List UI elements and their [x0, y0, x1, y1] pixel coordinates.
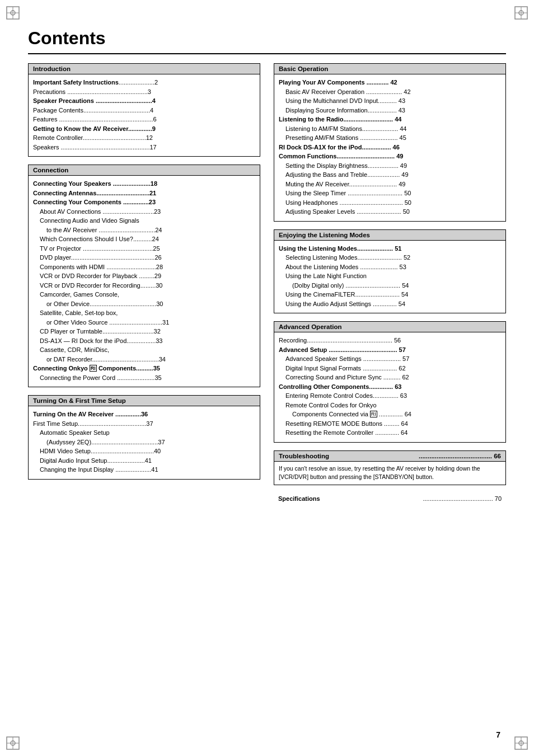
toc-playing-av: Playing Your AV Components .............…	[279, 78, 501, 87]
troubleshooting-page: ........................................…	[419, 453, 501, 459]
page-title: Contents	[28, 28, 506, 49]
toc-connecting-components: Connecting Your Components .............…	[33, 198, 255, 207]
section-listening-modes: Enjoying the Listening Modes Using the L…	[274, 229, 506, 314]
section-basic-operation: Basic Operation Playing Your AV Componen…	[274, 63, 506, 222]
toc-satellite: Satellite, Cable, Set-top box,	[33, 308, 255, 318]
toc-connecting-audio-video: Connecting Audio and Video Signals	[33, 216, 255, 226]
toc-controlling-other: Controlling Other Components............…	[279, 382, 501, 392]
toc-late-night: Using the Late Night Function	[279, 271, 501, 281]
toc-dat-recorder: or DAT Recorder.........................…	[33, 355, 255, 364]
corner-decoration-tr	[495, 6, 528, 39]
toc-basic-av-op: Basic AV Receiver Operation ............…	[279, 87, 501, 97]
toc-vcr-dvd-playback: VCR or DVD Recorder for Playback .......…	[33, 271, 255, 281]
toc-speaker-precautions: Speaker Precautions ....................…	[33, 96, 255, 106]
toc-about-av: About AV Connections ...................…	[33, 207, 255, 217]
toc-turning-on-receiver: Turning On the AV Receiver .............…	[33, 410, 255, 419]
toc-advanced-setup: Advanced Setup .........................…	[279, 345, 501, 355]
page: Contents Introduction Important Safety I…	[0, 0, 534, 756]
section-introduction: Introduction Important Safety Instructio…	[28, 63, 260, 157]
toc-digital-input-formats: Digital Input Signal Formats ...........…	[279, 364, 501, 373]
section-header-connection: Connection	[29, 165, 260, 176]
toc-am-fm-stations: Listening to AM/FM Stations.............…	[279, 124, 501, 134]
section-header-advanced-operation: Advanced Operation	[274, 322, 505, 332]
toc-other-video: or Other Video Source ..................…	[33, 318, 255, 327]
toc-features: Features ...............................…	[33, 115, 255, 124]
columns: Introduction Important Safety Instructio…	[28, 63, 506, 504]
toc-connecting-speakers: Connecting Your Speakers ...............…	[33, 179, 255, 189]
toc-other-device: or Other Device.........................…	[33, 299, 255, 309]
toc-using-listening-modes: Using the Listening Modes...............…	[279, 244, 501, 253]
toc-muting: Muting the AV Receiver..................…	[279, 180, 501, 189]
toc-precautions: Precautions ............................…	[33, 87, 255, 97]
toc-changing-input-display: Changing the Input Display .............…	[33, 465, 255, 475]
section-header-turning-on: Turning On & First Time Setup	[29, 396, 260, 406]
toc-ds-a1x: DS-A1X — RI Dock for the iPod...........…	[33, 336, 255, 346]
toc-cinemafilter: Using the CinemaFILTER..................…	[279, 290, 501, 299]
section-body-turning-on: Turning On the AV Receiver .............…	[29, 406, 260, 479]
toc-components-hdmi: Components with HDMI ...................…	[33, 262, 255, 272]
toc-digital-audio-input: Digital Audio Input Setup...............…	[33, 456, 255, 466]
toc-ri-dock: RI Dock DS-A1X for the iPod.............…	[279, 143, 501, 152]
section-turning-on: Turning On & First Time Setup Turning On…	[28, 395, 260, 480]
toc-hdmi-video-setup: HDMI Video Setup........................…	[33, 447, 255, 456]
specifications-label: Specifications	[278, 495, 320, 502]
troubleshooting-text: If you can't resolve an issue, try reset…	[279, 464, 501, 482]
page-number: 7	[496, 730, 500, 739]
toc-dvd-player: DVD player..............................…	[33, 253, 255, 262]
section-body-listening-modes: Using the Listening Modes...............…	[274, 241, 505, 313]
corner-decoration-bl	[6, 717, 39, 750]
toc-sound-picture-sync: Correcting Sound and Picture Sync ......…	[279, 373, 501, 382]
toc-presetting-stations: Presetting AM/FM Stations ..............…	[279, 133, 501, 143]
section-body-advanced-operation: Recording...............................…	[274, 332, 505, 442]
toc-resetting-remote-controller: Resetting the Remote Controller ........…	[279, 428, 501, 438]
toc-first-time-setup: First Time Setup........................…	[33, 419, 255, 429]
specifications-dots-page: ........................................…	[423, 495, 502, 502]
right-column: Basic Operation Playing Your AV Componen…	[274, 63, 506, 504]
section-advanced-operation: Advanced Operation Recording............…	[274, 321, 506, 443]
toc-speaker-levels: Adjusting Speaker Levels ...............…	[279, 207, 501, 217]
toc-cd-player: CD Player or Turntable..................…	[33, 327, 255, 336]
troubleshooting-header: Troubleshooting ........................…	[274, 451, 505, 462]
toc-resetting-remote-mode: Resetting REMOTE MODE Buttons ......... …	[279, 419, 501, 429]
toc-remote-codes-onkyo: Remote Control Codes for Onkyo	[279, 401, 501, 410]
toc-components-via-ri: Components Connected via RI ............…	[279, 410, 501, 419]
toc-auto-speaker-setup: Automatic Speaker Setup	[33, 428, 255, 438]
toc-audyssey: (Audyssey 2EQ)..........................…	[33, 438, 255, 447]
section-header-introduction: Introduction	[29, 64, 260, 74]
toc-display-brightness: Setting the Display Brightness..........…	[279, 161, 501, 171]
toc-connecting-onkyo: Connecting Onkyo RI Components..........…	[33, 364, 255, 373]
toc-connecting-power: Connecting the Power Cord ..............…	[33, 373, 255, 383]
toc-which-connections: Which Connections Should I Use?.........…	[33, 234, 255, 244]
section-body-connection: Connecting Your Speakers ...............…	[29, 176, 260, 387]
section-header-listening-modes: Enjoying the Listening Modes	[274, 230, 505, 241]
toc-getting-to-know: Getting to Know the AV Receiver.........…	[33, 124, 255, 134]
toc-audio-adjust: Using the Audio Adjust Settings ........…	[279, 299, 501, 309]
toc-camcorder: Camcorder, Games Console,	[33, 290, 255, 299]
left-column: Introduction Important Safety Instructio…	[28, 63, 260, 504]
section-body-basic-operation: Playing Your AV Components .............…	[274, 74, 505, 221]
toc-dolby-digital: (Dolby Digital only) ...................…	[279, 281, 501, 290]
specifications-entry: Specifications .........................…	[274, 493, 506, 504]
toc-tv-projector: TV or Projector ........................…	[33, 244, 255, 253]
toc-displaying-source: Displaying Source Information...........…	[279, 106, 501, 115]
troubleshooting-body: If you can't resolve an issue, try reset…	[274, 462, 505, 485]
section-header-basic-operation: Basic Operation	[274, 64, 505, 74]
toc-cassette: Cassette, CDR, MiniDisc,	[33, 345, 255, 355]
toc-vcr-dvd-recording: VCR or DVD Recorder for Recording.......…	[33, 281, 255, 290]
section-troubleshooting: Troubleshooting ........................…	[274, 450, 506, 486]
toc-multichannel-dvd: Using the Multichannel DVD Input........…	[279, 96, 501, 106]
toc-advanced-speaker-settings: Advanced Speaker Settings ..............…	[279, 354, 501, 364]
toc-common-functions: Common Functions........................…	[279, 152, 501, 161]
title-rule	[28, 53, 506, 54]
section-body-introduction: Important Safety Instructions...........…	[29, 74, 260, 156]
section-connection: Connection Connecting Your Speakers ....…	[28, 165, 260, 387]
toc-sleep-timer: Using the Sleep Timer ..................…	[279, 189, 501, 198]
toc-remote-control-codes: Entering Remote Control Codes...........…	[279, 391, 501, 401]
troubleshooting-label: Troubleshooting	[279, 453, 329, 459]
toc-bass-treble: Adjusting the Bass and Treble...........…	[279, 170, 501, 180]
toc-speakers: Speakers ...............................…	[33, 143, 255, 152]
toc-recording: Recording...............................…	[279, 336, 501, 345]
toc-remote-controller: Remote Controller.......................…	[33, 133, 255, 143]
toc-connecting-antennas: Connecting Antennas.....................…	[33, 189, 255, 198]
toc-important-safety: Important Safety Instructions...........…	[33, 78, 255, 87]
